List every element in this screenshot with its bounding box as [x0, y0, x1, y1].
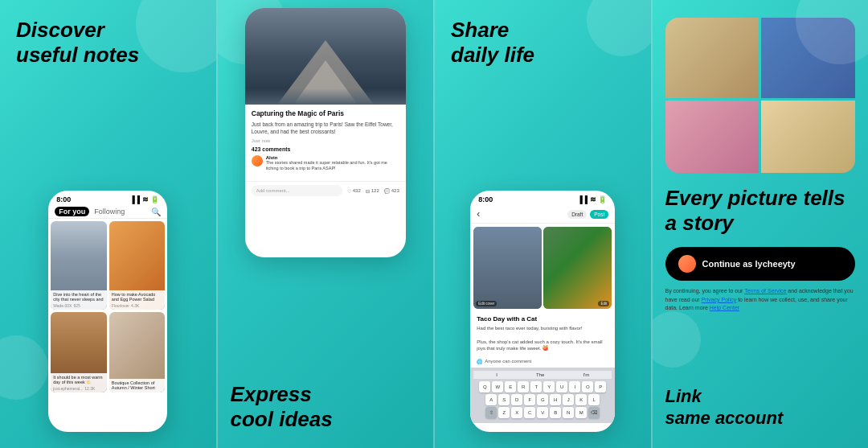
key-S[interactable]: S: [498, 394, 510, 405]
search-icon[interactable]: 🔍: [151, 208, 161, 216]
post-label-3: It should be a most warm day of this wee…: [51, 373, 107, 393]
post-cell-3[interactable]: It should be a most warm day of this wee…: [51, 312, 107, 393]
panel-2-title: Express cool ideas: [218, 382, 434, 432]
key-K[interactable]: K: [575, 394, 587, 405]
post-cell-2[interactable]: How to make Avocado and Egg Power Salad …: [109, 221, 166, 310]
phone-mockup-1: 8:00 ▐▐ ≋ 🔋 For you Following 🔍 Dive int…: [48, 191, 167, 432]
key-A[interactable]: A: [485, 394, 497, 405]
key-R[interactable]: R: [518, 381, 529, 393]
terms-text: By continuing, you agree to our Terms of…: [665, 287, 856, 313]
article-actions: Add comment... ♡ 432 ⊟ 122 💬 423: [245, 181, 406, 199]
post-author-1: Wade.00X: [53, 303, 72, 308]
edit-image-btn[interactable]: Edit: [598, 301, 609, 306]
status-icons-3: ▐▐ ≋ 🔋: [577, 195, 607, 203]
post-likes-1: 925: [73, 303, 80, 308]
arch-photo: [761, 101, 855, 173]
cat-bg: [473, 227, 542, 309]
key-V[interactable]: V: [537, 407, 548, 418]
suggestion-2[interactable]: The: [536, 372, 544, 377]
key-G[interactable]: G: [537, 394, 548, 405]
panel-link: Every picture tells a story Continue as …: [651, 0, 869, 448]
key-H[interactable]: H: [550, 394, 561, 405]
drinks-bg: [543, 227, 612, 309]
key-F[interactable]: F: [524, 394, 535, 405]
key-Y[interactable]: Y: [543, 381, 555, 393]
key-U[interactable]: U: [556, 381, 567, 393]
likes-count: 432: [353, 188, 361, 193]
keyboard-row-3: ⇧ Z X C V B N M ⌫: [473, 407, 612, 418]
post-label-4: Boutique Collection of Autumn / Winter S…: [109, 379, 166, 393]
suggestions-row: I The I'm: [473, 371, 612, 379]
key-J[interactable]: J: [563, 394, 574, 405]
panel-express: Capturing the Magic of Paris Just back f…: [216, 0, 434, 448]
suggestion-3[interactable]: I'm: [583, 372, 589, 377]
status-time-3: 8:00: [478, 195, 493, 203]
drinks-image[interactable]: Edit: [543, 227, 612, 309]
post-label-2: How to make Avocado and Egg Power Salad …: [109, 290, 166, 310]
comments-count: 423 comments: [252, 146, 399, 152]
key-delete[interactable]: ⌫: [588, 407, 600, 418]
key-O[interactable]: O: [582, 381, 593, 393]
key-W[interactable]: W: [492, 381, 503, 393]
comments-action-count: 423: [391, 188, 399, 193]
bookmark-icon: ⊟: [366, 188, 370, 194]
post-likes-2: 4.3K: [131, 303, 139, 308]
suggestion-1[interactable]: I: [496, 372, 497, 377]
comment-text: The stories shared made it super relatab…: [266, 160, 399, 171]
key-B[interactable]: B: [550, 407, 561, 418]
continue-button-label: Continue as lycheeyty: [702, 259, 796, 269]
comments-group[interactable]: 💬 423: [384, 188, 399, 194]
post-cell-4[interactable]: Boutique Collection of Autumn / Winter S…: [109, 312, 166, 393]
post-author-2: Flourlover: [112, 303, 129, 308]
every-picture-title: Every picture tells a story: [665, 186, 856, 236]
continue-button[interactable]: Continue as lycheeyty: [665, 247, 856, 281]
post-cell-1[interactable]: Dive into the heart of the city that nev…: [51, 221, 107, 310]
key-M[interactable]: M: [575, 407, 587, 418]
key-Q[interactable]: Q: [479, 381, 490, 393]
posts-grid: Dive into the heart of the city that nev…: [48, 219, 167, 395]
post-settings[interactable]: 🌐 Anyone can comment: [470, 356, 615, 368]
privacy-link[interactable]: Privacy Policy: [702, 297, 737, 302]
status-icons-1: ▐▐ ≋ 🔋: [129, 195, 159, 203]
edit-cover-btn[interactable]: Edit cover: [476, 301, 497, 306]
cat-image[interactable]: Edit cover: [473, 227, 542, 309]
dog-photo: [665, 18, 760, 98]
article-hero-image: [245, 8, 406, 105]
key-Z[interactable]: Z: [498, 407, 510, 418]
post-title: Taco Day with a Cat: [477, 315, 608, 323]
key-shift[interactable]: ⇧: [485, 407, 497, 418]
phone-nav-1: For you Following 🔍: [48, 205, 167, 219]
key-L[interactable]: L: [588, 394, 600, 405]
status-time-1: 8:00: [56, 195, 71, 203]
key-P[interactable]: P: [595, 381, 606, 393]
post-author-3: just.ephemeral...: [53, 386, 83, 391]
panel-3-title: Share daily life: [435, 0, 651, 76]
back-button[interactable]: ‹: [477, 208, 480, 220]
key-T[interactable]: T: [530, 381, 542, 393]
flower-photo: [665, 101, 760, 173]
key-E[interactable]: E: [505, 381, 516, 393]
nav-tab-following[interactable]: Following: [94, 208, 125, 216]
likes-group[interactable]: ♡ 432: [347, 188, 361, 194]
post-images-grid: Edit cover Edit: [470, 224, 615, 312]
comment-setting-label: Anyone can comment: [485, 359, 531, 364]
article-title: Capturing the Magic of Paris: [252, 109, 399, 117]
user-avatar: [678, 255, 696, 273]
add-comment-field[interactable]: Add comment...: [252, 185, 342, 196]
draft-button[interactable]: Draft: [567, 210, 587, 219]
blob-decoration-2: [0, 335, 48, 400]
help-link[interactable]: Help Center: [710, 305, 739, 310]
keyboard: I The I'm Q W E R T Y U I O P A S D F: [470, 368, 615, 423]
key-C[interactable]: C: [524, 407, 535, 418]
nav-tab-foryou[interactable]: For you: [55, 207, 89, 216]
key-D[interactable]: D: [511, 394, 522, 405]
article-content: Capturing the Magic of Paris Just back f…: [245, 105, 406, 179]
key-N[interactable]: N: [563, 407, 574, 418]
keyboard-row-1: Q W E R T Y U I O P: [473, 381, 612, 393]
post-caption-area: Taco Day with a Cat Had the best taco ev…: [470, 312, 615, 356]
bookmarks-group[interactable]: ⊟ 122: [366, 188, 379, 194]
key-X[interactable]: X: [511, 407, 522, 418]
post-button[interactable]: Post: [590, 210, 608, 219]
key-I[interactable]: I: [569, 381, 580, 393]
terms-link[interactable]: Terms of Service: [744, 288, 786, 294]
